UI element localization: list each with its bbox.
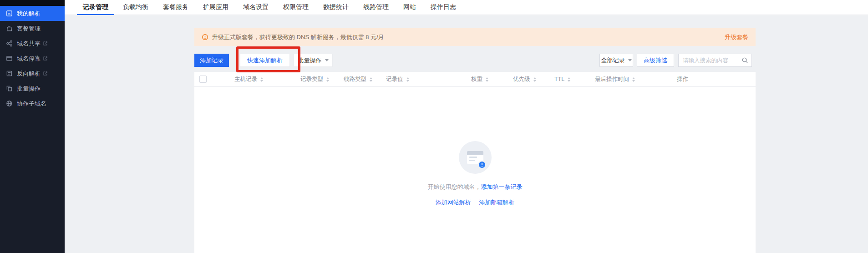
add-first-record-link[interactable]: 添加第一条记录 [481,183,523,190]
sidebar: w. 我的解析 套餐管理 域名共享 [0,0,65,253]
column-header-line-type[interactable]: 线路类型 [344,72,372,87]
sidebar-item-label: 批量操作 [17,85,41,93]
upgrade-banner: 升级正式版套餐，获得更极致的 DNS 解析服务，最低仅需 8 元/月 升级套餐 [194,28,756,46]
record-search-box [678,54,752,67]
share-icon [6,40,13,47]
tab-line-management[interactable]: 线路管理 [356,0,396,15]
column-header-ttl[interactable]: TTL [554,72,570,87]
tab-domain-settings[interactable]: 域名设置 [236,0,276,15]
sidebar-item-domain-parking[interactable]: 域名停靠 [0,51,65,66]
annotation-highlight-box [236,46,300,72]
add-website-dns-link[interactable]: 添加网站解析 [436,199,471,206]
empty-state-hint: 开始使用您的域名，添加第一条记录 [194,183,756,191]
sidebar-item-label: 域名共享 [17,40,41,48]
window-icon [6,55,13,62]
tab-statistics[interactable]: 数据统计 [316,0,356,15]
add-record-button[interactable]: 添加记录 [194,54,229,67]
sidebar-item-label: 反向解析 [17,70,41,78]
sidebar-item-package-management[interactable]: 套餐管理 [0,21,65,36]
tab-load-balancing[interactable]: 负载均衡 [116,0,156,15]
package-icon [6,25,13,32]
empty-hint-text: 开始使用您的域名， [428,183,481,190]
sidebar-item-my-dns[interactable]: w. 我的解析 [0,6,65,21]
svg-text:w.: w. [7,12,10,15]
column-header-actions: 操作 [677,72,688,87]
tab-operation-log[interactable]: 操作日志 [423,0,463,15]
empty-records-icon [459,141,492,174]
sort-icon [260,77,263,82]
sidebar-item-label: 我的解析 [17,10,41,18]
tab-website[interactable]: 网站 [396,0,423,15]
column-header-last-operation-time[interactable]: 最后操作时间 [595,72,635,87]
sort-icon [486,77,488,82]
layers-icon [6,85,13,92]
empty-state: 开始使用您的域名，添加第一条记录 添加网站解析 添加邮箱解析 [194,141,756,207]
column-header-record-type[interactable]: 记录类型 [300,72,329,87]
info-circle-icon [202,34,208,40]
sidebar-item-label: 域名停靠 [17,55,41,63]
globe-icon [6,100,13,107]
column-header-priority[interactable]: 优先级 [513,72,536,87]
sort-icon [326,77,329,82]
sidebar-item-collaborative-subdomain[interactable]: 协作子域名 [0,96,65,111]
sort-icon [406,77,409,82]
sidebar-item-label: 套餐管理 [17,25,41,33]
sidebar-top-strip [0,0,65,6]
document-icon [6,70,13,77]
record-type-filter-dropdown[interactable]: 全部记录 [599,54,633,67]
table-header-row: 主机记录 记录类型 线路类型 记录值 权重 优先级 TTL 最后操作时间 操作 [194,72,756,87]
empty-state-quick-links: 添加网站解析 添加邮箱解析 [194,198,756,207]
chevron-down-icon [628,59,632,61]
external-link-icon [43,56,48,61]
tab-bar: 记录管理 负载均衡 套餐服务 扩展应用 域名设置 权限管理 数据统计 线路管理 … [65,0,868,15]
sort-icon [568,77,570,82]
search-icon[interactable] [741,57,748,64]
column-header-record-value[interactable]: 记录值 [386,72,409,87]
sort-icon [533,77,536,82]
add-email-dns-link[interactable]: 添加邮箱解析 [479,199,514,206]
upgrade-banner-text: 升级正式版套餐，获得更极致的 DNS 解析服务，最低仅需 8 元/月 [212,33,384,41]
tab-record-management[interactable]: 记录管理 [76,0,116,15]
sidebar-item-reverse-dns[interactable]: 反向解析 [0,66,65,81]
sidebar-item-domain-sharing[interactable]: 域名共享 [0,36,65,51]
upgrade-plan-link[interactable]: 升级套餐 [725,33,748,41]
dns-icon: w. [6,10,13,17]
column-header-host-record[interactable]: 主机记录 [234,72,263,87]
sidebar-item-label: 协作子域名 [17,100,46,108]
tab-permission-management[interactable]: 权限管理 [276,0,316,15]
records-table-card: 主机记录 记录类型 线路类型 记录值 权重 优先级 TTL 最后操作时间 操作 [194,72,756,253]
sidebar-item-batch-operations[interactable]: 批量操作 [0,81,65,96]
sort-icon [370,77,372,82]
tab-extensions[interactable]: 扩展应用 [196,0,236,15]
select-all-checkbox[interactable] [199,76,207,83]
record-search-input[interactable] [683,57,741,64]
advanced-filter-button[interactable]: 高级筛选 [637,54,674,67]
external-link-icon [43,41,48,46]
tab-plan-services[interactable]: 套餐服务 [156,0,196,15]
chevron-down-icon [325,59,329,61]
sort-icon [632,77,635,82]
alert-badge-icon [478,161,486,169]
external-link-icon [43,71,48,76]
column-header-weight[interactable]: 权重 [471,72,488,87]
